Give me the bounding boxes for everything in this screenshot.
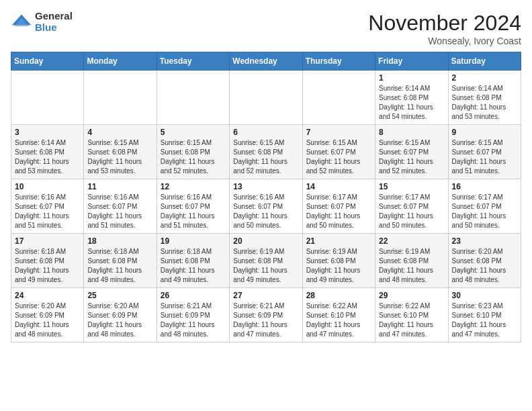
location-subtitle: Wonsealy, Ivory Coast bbox=[368, 36, 521, 46]
calendar-cell bbox=[84, 71, 157, 125]
day-info: Sunrise: 6:19 AM Sunset: 6:08 PM Dayligh… bbox=[306, 247, 371, 285]
calendar-cell: 22Sunrise: 6:19 AM Sunset: 6:08 PM Dayli… bbox=[375, 234, 448, 288]
day-number: 26 bbox=[161, 291, 226, 300]
day-info: Sunrise: 6:23 AM Sunset: 6:10 PM Dayligh… bbox=[452, 302, 517, 339]
calendar-week-row: 10Sunrise: 6:16 AM Sunset: 6:07 PM Dayli… bbox=[11, 179, 521, 234]
day-number: 6 bbox=[233, 128, 298, 137]
calendar-cell: 4Sunrise: 6:15 AM Sunset: 6:08 PM Daylig… bbox=[84, 125, 157, 179]
day-number: 3 bbox=[15, 128, 80, 137]
day-info: Sunrise: 6:20 AM Sunset: 6:08 PM Dayligh… bbox=[452, 247, 517, 285]
calendar-cell: 26Sunrise: 6:21 AM Sunset: 6:09 PM Dayli… bbox=[157, 288, 229, 342]
calendar-cell bbox=[230, 71, 302, 125]
day-number: 22 bbox=[379, 236, 444, 246]
weekday-header: Friday bbox=[375, 52, 448, 71]
calendar-cell: 9Sunrise: 6:15 AM Sunset: 6:07 PM Daylig… bbox=[448, 125, 521, 179]
calendar-week-row: 24Sunrise: 6:20 AM Sunset: 6:09 PM Dayli… bbox=[11, 288, 521, 342]
calendar-cell: 11Sunrise: 6:16 AM Sunset: 6:07 PM Dayli… bbox=[84, 179, 157, 234]
logo-text: General Blue bbox=[35, 11, 73, 33]
logo: General Blue bbox=[11, 11, 73, 33]
month-title: November 2024 bbox=[368, 11, 521, 36]
weekday-header: Saturday bbox=[448, 52, 521, 71]
calendar-cell: 24Sunrise: 6:20 AM Sunset: 6:09 PM Dayli… bbox=[11, 288, 84, 342]
day-info: Sunrise: 6:16 AM Sunset: 6:07 PM Dayligh… bbox=[161, 193, 226, 230]
day-number: 15 bbox=[379, 182, 444, 191]
day-number: 4 bbox=[87, 128, 152, 137]
day-info: Sunrise: 6:20 AM Sunset: 6:09 PM Dayligh… bbox=[15, 302, 80, 339]
day-info: Sunrise: 6:16 AM Sunset: 6:07 PM Dayligh… bbox=[15, 193, 80, 230]
title-block: November 2024 Wonsealy, Ivory Coast bbox=[368, 11, 521, 46]
day-info: Sunrise: 6:18 AM Sunset: 6:08 PM Dayligh… bbox=[15, 247, 80, 285]
weekday-header: Monday bbox=[84, 52, 157, 71]
calendar-cell: 21Sunrise: 6:19 AM Sunset: 6:08 PM Dayli… bbox=[302, 234, 375, 288]
calendar-cell: 17Sunrise: 6:18 AM Sunset: 6:08 PM Dayli… bbox=[11, 234, 84, 288]
weekday-header: Wednesday bbox=[230, 52, 302, 71]
calendar-cell: 5Sunrise: 6:15 AM Sunset: 6:08 PM Daylig… bbox=[157, 125, 229, 179]
day-number: 13 bbox=[233, 182, 298, 191]
calendar-cell: 8Sunrise: 6:15 AM Sunset: 6:07 PM Daylig… bbox=[375, 125, 448, 179]
calendar-cell: 28Sunrise: 6:22 AM Sunset: 6:10 PM Dayli… bbox=[302, 288, 375, 342]
calendar-cell: 27Sunrise: 6:21 AM Sunset: 6:09 PM Dayli… bbox=[230, 288, 302, 342]
calendar-cell: 1Sunrise: 6:14 AM Sunset: 6:08 PM Daylig… bbox=[375, 71, 448, 125]
calendar-cell: 10Sunrise: 6:16 AM Sunset: 6:07 PM Dayli… bbox=[11, 179, 84, 234]
calendar-week-row: 3Sunrise: 6:14 AM Sunset: 6:08 PM Daylig… bbox=[11, 125, 521, 179]
day-info: Sunrise: 6:22 AM Sunset: 6:10 PM Dayligh… bbox=[379, 302, 444, 339]
calendar-week-row: 17Sunrise: 6:18 AM Sunset: 6:08 PM Dayli… bbox=[11, 234, 521, 288]
calendar-cell: 13Sunrise: 6:16 AM Sunset: 6:07 PM Dayli… bbox=[230, 179, 302, 234]
day-number: 12 bbox=[161, 182, 226, 191]
day-number: 7 bbox=[306, 128, 371, 137]
calendar-cell: 12Sunrise: 6:16 AM Sunset: 6:07 PM Dayli… bbox=[157, 179, 229, 234]
day-info: Sunrise: 6:15 AM Sunset: 6:08 PM Dayligh… bbox=[161, 138, 226, 176]
day-info: Sunrise: 6:17 AM Sunset: 6:07 PM Dayligh… bbox=[379, 193, 444, 230]
page-header: General Blue November 2024 Wonsealy, Ivo… bbox=[11, 11, 521, 46]
calendar-cell: 18Sunrise: 6:18 AM Sunset: 6:08 PM Dayli… bbox=[84, 234, 157, 288]
day-info: Sunrise: 6:15 AM Sunset: 6:07 PM Dayligh… bbox=[306, 138, 371, 176]
day-info: Sunrise: 6:18 AM Sunset: 6:08 PM Dayligh… bbox=[87, 247, 152, 285]
weekday-header: Tuesday bbox=[157, 52, 229, 71]
day-number: 2 bbox=[452, 73, 517, 83]
day-info: Sunrise: 6:14 AM Sunset: 6:08 PM Dayligh… bbox=[15, 138, 80, 176]
day-info: Sunrise: 6:17 AM Sunset: 6:07 PM Dayligh… bbox=[452, 193, 517, 230]
day-number: 18 bbox=[87, 236, 152, 246]
calendar-cell: 16Sunrise: 6:17 AM Sunset: 6:07 PM Dayli… bbox=[448, 179, 521, 234]
day-number: 29 bbox=[379, 291, 444, 300]
logo-blue: Blue bbox=[35, 22, 73, 34]
day-number: 19 bbox=[161, 236, 226, 246]
day-info: Sunrise: 6:17 AM Sunset: 6:07 PM Dayligh… bbox=[306, 193, 371, 230]
calendar-table: SundayMondayTuesdayWednesdayThursdayFrid… bbox=[11, 52, 521, 342]
day-number: 17 bbox=[15, 236, 80, 246]
day-info: Sunrise: 6:14 AM Sunset: 6:08 PM Dayligh… bbox=[379, 84, 444, 122]
day-info: Sunrise: 6:22 AM Sunset: 6:10 PM Dayligh… bbox=[306, 302, 371, 339]
calendar-cell bbox=[302, 71, 375, 125]
day-number: 10 bbox=[15, 182, 80, 191]
day-info: Sunrise: 6:16 AM Sunset: 6:07 PM Dayligh… bbox=[87, 193, 152, 230]
calendar-cell bbox=[11, 71, 84, 125]
day-info: Sunrise: 6:15 AM Sunset: 6:08 PM Dayligh… bbox=[87, 138, 152, 176]
day-number: 21 bbox=[306, 236, 371, 246]
calendar-cell: 2Sunrise: 6:14 AM Sunset: 6:08 PM Daylig… bbox=[448, 71, 521, 125]
day-info: Sunrise: 6:16 AM Sunset: 6:07 PM Dayligh… bbox=[233, 193, 298, 230]
day-number: 9 bbox=[452, 128, 517, 137]
day-info: Sunrise: 6:15 AM Sunset: 6:07 PM Dayligh… bbox=[379, 138, 444, 176]
calendar-cell: 19Sunrise: 6:18 AM Sunset: 6:08 PM Dayli… bbox=[157, 234, 229, 288]
day-info: Sunrise: 6:21 AM Sunset: 6:09 PM Dayligh… bbox=[161, 302, 226, 339]
calendar-cell: 3Sunrise: 6:14 AM Sunset: 6:08 PM Daylig… bbox=[11, 125, 84, 179]
day-info: Sunrise: 6:21 AM Sunset: 6:09 PM Dayligh… bbox=[233, 302, 298, 339]
calendar-cell: 14Sunrise: 6:17 AM Sunset: 6:07 PM Dayli… bbox=[302, 179, 375, 234]
calendar-cell: 7Sunrise: 6:15 AM Sunset: 6:07 PM Daylig… bbox=[302, 125, 375, 179]
calendar-cell: 15Sunrise: 6:17 AM Sunset: 6:07 PM Dayli… bbox=[375, 179, 448, 234]
day-number: 14 bbox=[306, 182, 371, 191]
day-number: 16 bbox=[452, 182, 517, 191]
day-number: 28 bbox=[306, 291, 371, 300]
calendar-cell: 29Sunrise: 6:22 AM Sunset: 6:10 PM Dayli… bbox=[375, 288, 448, 342]
day-info: Sunrise: 6:19 AM Sunset: 6:08 PM Dayligh… bbox=[379, 247, 444, 285]
calendar-header-row: SundayMondayTuesdayWednesdayThursdayFrid… bbox=[11, 52, 521, 71]
day-number: 24 bbox=[15, 291, 80, 300]
day-number: 25 bbox=[87, 291, 152, 300]
day-info: Sunrise: 6:14 AM Sunset: 6:08 PM Dayligh… bbox=[452, 84, 517, 122]
day-number: 23 bbox=[452, 236, 517, 246]
calendar-cell: 23Sunrise: 6:20 AM Sunset: 6:08 PM Dayli… bbox=[448, 234, 521, 288]
logo-icon bbox=[11, 13, 32, 32]
day-info: Sunrise: 6:15 AM Sunset: 6:07 PM Dayligh… bbox=[452, 138, 517, 176]
day-number: 1 bbox=[379, 73, 444, 83]
calendar-week-row: 1Sunrise: 6:14 AM Sunset: 6:08 PM Daylig… bbox=[11, 71, 521, 125]
